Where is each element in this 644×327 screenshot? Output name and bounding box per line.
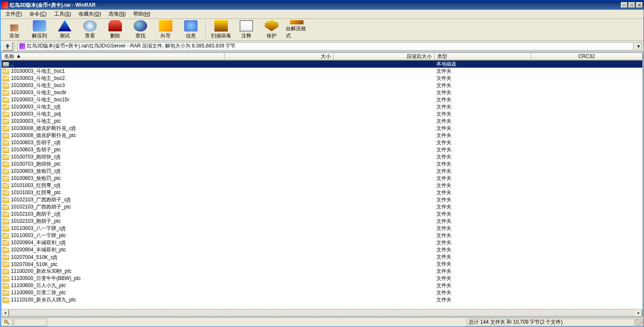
table-row[interactable]: 10102103_广西跑胡子_ptc文件夹 [2, 203, 642, 211]
titlebar[interactable]: 红鸟3D版本(金币+房卡).rar - WinRAR ─ □ ✕ [0, 0, 644, 10]
table-row[interactable]: 10200904_丰城双剑_cjfj文件夹 [2, 239, 642, 246]
table-row[interactable]: 11110100_新乡百人牌九_ptc文件夹 [2, 296, 642, 303]
menu-o[interactable]: 收藏夹(O) [75, 10, 104, 18]
column-header-type[interactable]: 类型 [435, 53, 531, 60]
menu-c[interactable]: 命令(C) [26, 10, 50, 18]
delete-button[interactable]: 删除 [104, 20, 127, 40]
table-row[interactable]: 10100703_跑得快_cjfj文件夹 [2, 153, 642, 161]
virus-scan-button[interactable]: 扫描病毒 [210, 20, 232, 40]
table-row[interactable]: 11100600_百人小九_ptc文件夹 [2, 282, 642, 289]
add-button[interactable]: 添加 [3, 20, 26, 40]
folder-icon [3, 269, 9, 274]
table-row[interactable]: 10100803_放炮罚_ptc文件夹 [2, 175, 642, 182]
menu-h[interactable]: 帮助(H) [130, 10, 154, 18]
statusbar: 总计 144 文件夹 和 10,709 字节(2 个文件) [0, 317, 644, 327]
column-header-packed[interactable]: 压缩后大小 [334, 53, 435, 60]
menu-n[interactable]: 选项(N) [105, 10, 129, 18]
table-row[interactable]: 10102103_跑胡子_ptc文件夹 [2, 218, 642, 225]
file-type: 文件夹 [435, 153, 531, 161]
table-row[interactable]: 11100500_百变牛牛(BBW)_ptc文件夹 [2, 275, 642, 282]
view-button[interactable]: 查看 [79, 20, 101, 40]
file-name: 10100803_放炮罚_ptc [11, 175, 61, 182]
table-row[interactable]: 10207004_510K_ptc文件夹 [2, 261, 642, 268]
scroll-track[interactable] [9, 309, 635, 316]
info-button[interactable]: 信息 [179, 20, 202, 40]
file-type: 文件夹 [435, 275, 531, 282]
file-type: 本地磁盘 [435, 61, 531, 68]
table-row[interactable]: 10100003_斗地主_bsc1文件夹 [2, 68, 642, 75]
column-header-size[interactable]: 大小 [224, 53, 334, 60]
table-row[interactable]: 10100003_斗地主_bsc3文件夹 [2, 82, 642, 89]
scroll-left-button[interactable]: ◂ [2, 309, 9, 316]
file-type: 文件夹 [435, 118, 531, 125]
parent-folder-row[interactable]: ..本地磁盘 [2, 61, 642, 68]
file-type: 文件夹 [435, 253, 531, 261]
file-name: 10100703_跑得快_ptc [11, 161, 61, 168]
table-row[interactable]: 10207004_510K_cjfj文件夹 [2, 253, 642, 261]
table-row[interactable]: 10102103_跑胡子_cjfj文件夹 [2, 211, 642, 218]
table-row[interactable]: 10102103_广西跑胡子_cjfj文件夹 [2, 196, 642, 203]
minimize-button[interactable]: ─ [621, 2, 628, 8]
folder-icon [3, 111, 9, 117]
virus-scan-icon [214, 20, 228, 32]
table-row[interactable]: 10200904_丰城双剑_ptc文件夹 [2, 246, 642, 253]
horizontal-scrollbar[interactable]: ◂ ▸ [2, 309, 642, 316]
menu-s[interactable]: 工具(S) [51, 10, 74, 18]
file-list-body[interactable]: ..本地磁盘10100003_斗地主_bsc1文件夹10100003_斗地主_b… [2, 61, 642, 309]
file-name: 10101003_红拐弯_ptc [11, 189, 61, 196]
folder-icon [3, 276, 9, 281]
table-row[interactable]: 10100803_放炮罚_cjfj文件夹 [2, 168, 642, 175]
test-button[interactable]: 测试 [53, 20, 76, 40]
folder-icon [3, 133, 9, 138]
table-row[interactable]: 10100703_跑得快_ptc文件夹 [2, 161, 642, 168]
file-type: 文件夹 [435, 161, 531, 168]
table-row[interactable]: 10100003_斗地主_cjfj文件夹 [2, 103, 642, 111]
comment-button[interactable]: 注释 [235, 20, 258, 40]
file-name: 10100003_斗地主_cjfj [11, 103, 60, 111]
status-lock-cell[interactable] [1, 319, 13, 326]
file-type: 文件夹 [435, 182, 531, 189]
extract-button[interactable]: 解压到 [28, 20, 51, 40]
address-dropdown-button[interactable]: ▾ [635, 42, 642, 50]
table-row[interactable]: 10100003_斗地主_pdj文件夹 [2, 111, 642, 118]
table-row[interactable]: 10110003_八一字牌_ptc文件夹 [2, 232, 642, 239]
table-row[interactable]: 10101003_红拐弯_ptc文件夹 [2, 189, 642, 196]
table-row[interactable]: 11100900_百变二张_ptc文件夹 [2, 289, 642, 296]
menu-f[interactable]: 文件(F) [2, 10, 25, 18]
resize-grip[interactable] [636, 319, 643, 326]
table-row[interactable]: 10100003_斗地主_bsc2文件夹 [2, 75, 642, 82]
file-name: 10102103_广西跑胡子_ptc [11, 203, 71, 211]
up-folder-button[interactable] [2, 42, 13, 51]
addressbar: 红鸟3D版本(金币+房卡).rar\红鸟3D\GServer - RAR 压缩文… [0, 41, 644, 52]
close-button[interactable]: ✕ [636, 2, 643, 8]
extract-button-label: 解压到 [32, 32, 47, 40]
column-header-crc[interactable]: CRC32 [531, 53, 642, 60]
file-name: 10102103_跑胡子_cjfj [11, 211, 60, 218]
table-row[interactable]: 10100008_德克萨斯扑克_cjfj文件夹 [2, 125, 642, 132]
column-header-name[interactable]: 名称⯅ [2, 53, 224, 60]
table-row[interactable]: 10100003_斗地主_ptc文件夹 [2, 118, 642, 125]
table-row[interactable]: 10100008_德克萨斯扑克_ptc文件夹 [2, 132, 642, 139]
scroll-right-button[interactable]: ▸ [635, 309, 642, 316]
find-button[interactable]: 查找 [129, 20, 152, 40]
folder-icon [3, 297, 9, 303]
table-row[interactable]: 10100003_斗地主_bsc6r文件夹 [2, 89, 642, 96]
wizard-button[interactable]: 向导 [154, 20, 177, 40]
table-row[interactable]: 10101003_红拐弯_cjfj文件夹 [2, 182, 642, 189]
table-row[interactable]: 11100200_新欢乐30秒_ptc文件夹 [2, 268, 642, 275]
table-row[interactable]: 10100603_告胡子_ptc文件夹 [2, 146, 642, 153]
file-type: 文件夹 [435, 68, 531, 75]
folder-icon [3, 69, 9, 74]
info-button-label: 信息 [186, 32, 196, 40]
file-name: 11110100_新乡百人牌九_ptc [11, 296, 76, 303]
folder-icon [3, 126, 9, 131]
table-row[interactable]: 10100003_斗地主_bsc15r文件夹 [2, 96, 642, 103]
sfx-button[interactable]: 自解压格式 [285, 20, 308, 40]
maximize-button[interactable]: □ [628, 2, 635, 8]
address-field[interactable]: 红鸟3D版本(金币+房卡).rar\红鸟3D\GServer - RAR 压缩文… [17, 42, 633, 50]
table-row[interactable]: 10110003_八一字牌_cjfj文件夹 [2, 225, 642, 232]
folder-icon [3, 197, 9, 203]
protect-button[interactable]: 保护 [260, 20, 283, 40]
file-type: 文件夹 [435, 175, 531, 182]
table-row[interactable]: 10100603_告胡子_cjfj文件夹 [2, 139, 642, 146]
